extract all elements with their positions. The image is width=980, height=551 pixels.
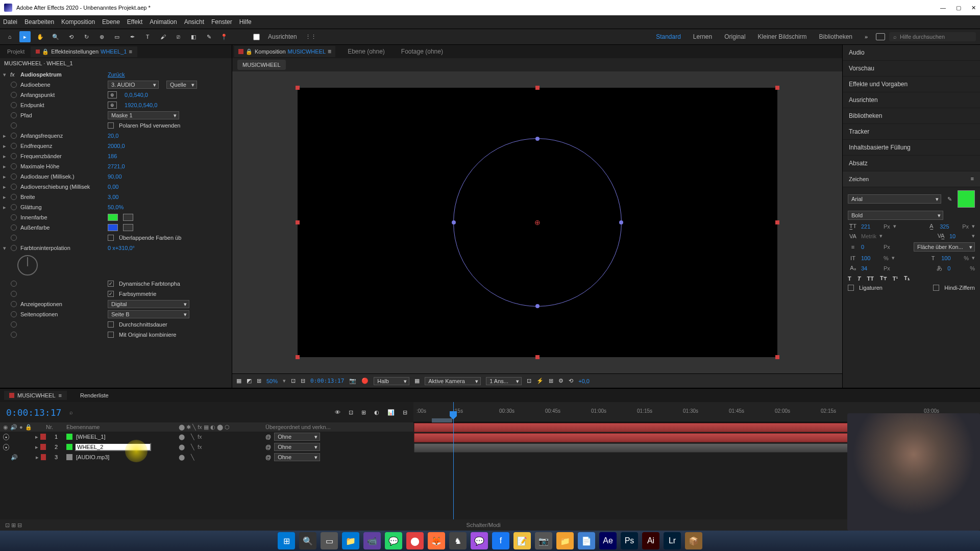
fast-preview-icon[interactable]: ⚡: [536, 378, 544, 384]
ligatures-checkbox[interactable]: [848, 285, 854, 291]
composition-tab[interactable]: 🔒Komposition MUSICWHEEL ≡: [234, 46, 335, 57]
taskbar-app-icon[interactable]: 🔍: [299, 532, 316, 549]
panel-effekte[interactable]: Effekte und Vorgaben: [843, 77, 980, 92]
panel-vorschau[interactable]: Vorschau: [843, 61, 980, 77]
canvas[interactable]: ⊕: [298, 88, 777, 357]
taskbar-app-icon[interactable]: f: [492, 532, 509, 549]
twirl-icon[interactable]: ▸: [35, 444, 38, 450]
channel-icon[interactable]: 🔴: [361, 378, 369, 384]
anchor-tool[interactable]: ⊕: [96, 31, 107, 42]
avg-checkbox[interactable]: [108, 321, 114, 328]
crosshair-icon[interactable]: ⊕: [108, 102, 117, 109]
parent-pickwhip-icon[interactable]: @: [265, 454, 271, 460]
font-weight-dropdown[interactable]: Bold: [848, 211, 943, 220]
menu-ebene[interactable]: Ebene: [102, 18, 120, 26]
toggle-blend-icon[interactable]: ⊟: [17, 522, 22, 528]
pen-tool[interactable]: ✒: [127, 31, 138, 42]
leading-value[interactable]: 325: [940, 223, 959, 230]
frameblend-icon[interactable]: ⊞: [361, 409, 366, 416]
taskbar-app-icon[interactable]: ⊞: [278, 532, 295, 549]
hscale-value[interactable]: 100: [941, 255, 961, 261]
help-search[interactable]: ⌕ Hilfe durchsuchen: [889, 32, 976, 41]
workspace-kleiner[interactable]: Kleiner Bildschirm: [754, 33, 811, 40]
superscript-button[interactable]: T¹: [893, 276, 898, 282]
views-dropdown[interactable]: 1 Ans...: [486, 377, 522, 385]
polar-checkbox[interactable]: [108, 122, 114, 129]
panel-toggle-icon[interactable]: [876, 33, 885, 40]
audio-toggle[interactable]: 🔊: [11, 454, 18, 461]
fill-stroke-dropdown[interactable]: Fläche über Kon...: [914, 242, 975, 252]
text-tool[interactable]: T: [142, 31, 153, 42]
taskbar-app-icon[interactable]: 📁: [342, 532, 359, 549]
source-dropdown[interactable]: Quelle: [166, 81, 197, 89]
layer-name[interactable]: [WHEEL_1]: [75, 433, 107, 440]
parent-dropdown[interactable]: Ohne: [274, 443, 320, 451]
shape-tool[interactable]: ▭: [111, 31, 122, 42]
menu-komposition[interactable]: Komposition: [61, 18, 95, 26]
menu-fenster[interactable]: Fenster: [211, 18, 232, 26]
subscript-button[interactable]: T₁: [904, 275, 910, 282]
toggle-switches-icon[interactable]: ⊡: [5, 522, 10, 528]
layer-name[interactable]: [AUDIO.mp3]: [75, 454, 111, 461]
offset-value[interactable]: 0,00: [108, 184, 118, 190]
snap-opts-icon[interactable]: ⋮⋮: [305, 31, 316, 42]
eraser-tool[interactable]: ◧: [188, 31, 199, 42]
rotate-tool[interactable]: ↻: [81, 31, 92, 42]
stroke-width-value[interactable]: 0: [861, 244, 880, 250]
menu-effekt[interactable]: Effekt: [127, 18, 142, 26]
color-symmetry-checkbox[interactable]: [108, 291, 114, 297]
end-freq-value[interactable]: 2000,0: [108, 143, 125, 149]
workspace-bib[interactable]: Bibliotheken: [815, 33, 856, 40]
eyedropper-icon[interactable]: ✎: [944, 196, 954, 203]
parent-dropdown[interactable]: Ohne: [274, 453, 320, 461]
inner-color-swatch[interactable]: [108, 214, 118, 221]
roto-tool[interactable]: ✎: [203, 31, 214, 42]
stopwatch-icon[interactable]: [10, 91, 17, 98]
menu-bearbeiten[interactable]: Bearbeiten: [24, 18, 54, 26]
panel-zeichen-header[interactable]: Zeichen≡: [843, 171, 980, 187]
resolution-dropdown[interactable]: Halb: [374, 377, 409, 385]
toggle-alpha-icon[interactable]: ▦: [236, 378, 241, 384]
faux-bold-button[interactable]: T: [848, 276, 851, 282]
current-time[interactable]: 0:00:13:17: [310, 378, 344, 384]
label-color[interactable]: [40, 444, 46, 450]
shy-toggle-icon[interactable]: 👁: [335, 409, 340, 415]
workspace-standard[interactable]: Standard: [652, 33, 685, 40]
start-freq-value[interactable]: 20,0: [108, 133, 118, 139]
resolution-icon[interactable]: ⊡: [291, 378, 296, 384]
start-point-value[interactable]: 0,0,540,0: [125, 92, 148, 98]
exposure-value[interactable]: +0,0: [578, 378, 590, 384]
label-color[interactable]: [41, 454, 46, 460]
work-area-bar[interactable]: [432, 418, 452, 422]
taskbar-app-icon[interactable]: 📄: [578, 532, 595, 549]
menu-hilfe[interactable]: Hilfe: [239, 18, 252, 26]
hue-value[interactable]: 0 x+310,0°: [108, 245, 135, 251]
side-dropdown[interactable]: Seite B: [108, 310, 189, 318]
menu-animation[interactable]: Animation: [150, 18, 177, 26]
footage-tab[interactable]: Footage (ohne): [397, 46, 447, 57]
effect-name[interactable]: Audiospektrum: [20, 71, 105, 78]
home-button[interactable]: ⌂: [4, 31, 15, 42]
stamp-tool[interactable]: ⎚: [173, 31, 184, 42]
toggle-mask-icon[interactable]: ◩: [247, 378, 252, 384]
parent-pickwhip-icon[interactable]: @: [265, 444, 271, 450]
taskbar-app-icon[interactable]: 📷: [535, 532, 552, 549]
brush-tool[interactable]: 🖌: [157, 31, 168, 42]
maximize-button[interactable]: ▢: [956, 5, 961, 11]
taskbar-app-icon[interactable]: ▭: [321, 532, 338, 549]
puppet-tool[interactable]: 📍: [218, 31, 230, 42]
crosshair-icon[interactable]: ⊕: [108, 91, 117, 98]
faux-italic-button[interactable]: T: [857, 276, 861, 282]
fx-icon[interactable]: fx: [10, 71, 17, 78]
bands-value[interactable]: 186: [108, 153, 117, 159]
twirl-icon[interactable]: ▸: [36, 454, 39, 461]
panel-inhalt[interactable]: Inhaltsbasierte Füllung: [843, 140, 980, 156]
text-color-swatch[interactable]: [958, 190, 975, 208]
tsume-value[interactable]: 0: [947, 265, 967, 271]
toggle-guides-icon[interactable]: ⊞: [257, 378, 261, 384]
workspace-overflow-icon[interactable]: »: [861, 31, 872, 42]
switches-modes-label[interactable]: Schalter/Modi: [467, 522, 501, 528]
taskbar-app-icon[interactable]: 📹: [363, 532, 381, 549]
font-size-value[interactable]: 221: [861, 223, 880, 230]
taskbar-app-icon[interactable]: 💬: [385, 532, 402, 549]
